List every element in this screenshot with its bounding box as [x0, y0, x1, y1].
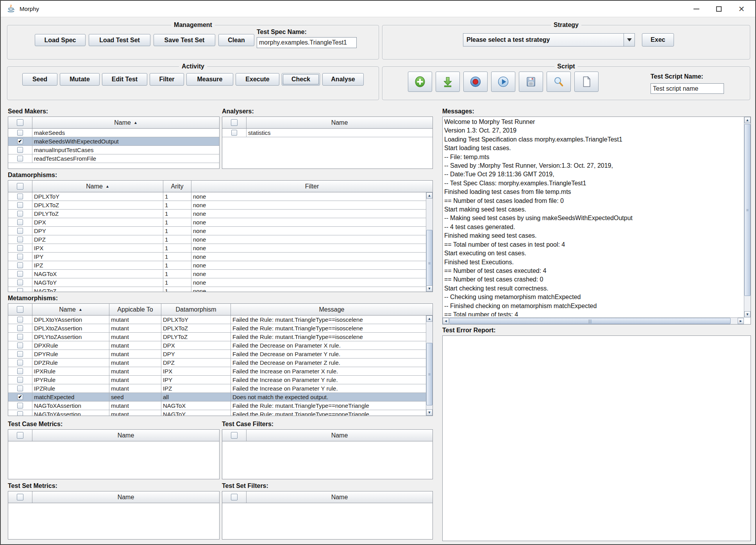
vertical-scrollbar[interactable]: ▲ ≡ ▼ — [426, 316, 433, 416]
table-row[interactable]: NAGToZ1none — [8, 287, 426, 292]
save-script-button[interactable] — [519, 72, 543, 92]
header-checkbox[interactable] — [17, 432, 23, 439]
row-checkbox[interactable] — [17, 245, 23, 251]
table-row[interactable]: statistics — [222, 129, 433, 137]
table-row[interactable]: NAGToXAssertionmutantNAGToXFailed the Ru… — [8, 402, 426, 410]
row-checkbox[interactable] — [17, 385, 23, 391]
name-column-header[interactable]: Name — [247, 430, 433, 441]
scrollbar-thumb[interactable]: ≡ — [426, 230, 433, 292]
table-row[interactable]: NAGToYAssertionmutantNAGToYFailed the Ru… — [8, 410, 426, 416]
row-checkbox[interactable] — [17, 403, 23, 409]
header-checkbox[interactable] — [17, 119, 23, 126]
table-row[interactable]: makeSeedsWithExpectedOutput — [8, 137, 219, 146]
clean-button[interactable]: Clean — [218, 34, 254, 46]
strategy-combobox[interactable]: Please select a test strategy — [463, 33, 635, 47]
row-checkbox[interactable] — [231, 130, 237, 136]
arity-column-header[interactable]: Arity — [163, 181, 191, 192]
exec-button[interactable]: Exec — [642, 33, 674, 47]
table-row[interactable]: readTestCasesFromFile — [8, 154, 219, 163]
scroll-down-button[interactable]: ▼ — [744, 311, 751, 317]
row-checkbox[interactable] — [17, 280, 23, 285]
table-row[interactable]: DPLXtoYAssertionmutantDPLXToYFailed the … — [8, 316, 426, 324]
horizontal-scrollbar[interactable]: ◄ ||| ► — [443, 317, 744, 324]
name-column-header[interactable]: Name — [32, 430, 219, 441]
scroll-up-button[interactable]: ▲ — [426, 192, 433, 199]
scrollbar-thumb[interactable]: ≡ — [744, 124, 751, 296]
row-checkbox[interactable] — [17, 130, 23, 136]
row-checkbox[interactable] — [17, 360, 23, 366]
scrollbar-thumb[interactable]: ||| — [449, 318, 731, 324]
scrollbar-thumb[interactable]: ≡ — [426, 343, 433, 405]
name-column-header[interactable]: Name▲ — [32, 117, 219, 128]
row-checkbox[interactable] — [17, 394, 23, 400]
row-checkbox[interactable] — [17, 138, 23, 144]
table-row[interactable]: manualInputTestCases — [8, 146, 219, 154]
header-checkbox[interactable] — [231, 432, 238, 439]
table-row[interactable]: DPXRulemutantDPXFailed the Decrease on P… — [8, 341, 426, 350]
table-row[interactable]: IPX1none — [8, 244, 426, 253]
row-checkbox[interactable] — [17, 317, 23, 323]
load-test-set-button[interactable]: Load Test Set — [89, 34, 150, 46]
table-row[interactable]: IPZ1none — [8, 261, 426, 270]
vertical-scrollbar[interactable]: ▲ ≡ ▼ — [426, 192, 433, 292]
header-checkbox[interactable] — [231, 494, 238, 500]
scroll-down-button[interactable]: ▼ — [426, 409, 433, 416]
name-column-header[interactable]: Name — [247, 491, 433, 503]
header-checkbox[interactable] — [17, 494, 23, 500]
execute-button[interactable]: Execute — [236, 73, 279, 86]
row-checkbox[interactable] — [17, 271, 23, 277]
name-column-header[interactable]: Name▲ — [32, 304, 109, 315]
name-column-header[interactable]: Name▲ — [32, 181, 163, 192]
table-row[interactable]: DPLYToZ1none — [8, 210, 426, 218]
messages-pane[interactable]: Welcome to Morphy Test Runner Version 1.… — [442, 117, 751, 324]
row-checkbox[interactable] — [17, 325, 23, 331]
table-row[interactable]: DPYRulemutantDPYFailed the Decrease on P… — [8, 350, 426, 359]
row-checkbox[interactable] — [17, 202, 23, 208]
table-row[interactable]: DPX1none — [8, 218, 426, 227]
record-script-button[interactable] — [463, 72, 488, 92]
row-checkbox[interactable] — [17, 262, 23, 268]
row-checkbox[interactable] — [17, 368, 23, 374]
table-row[interactable]: IPY1none — [8, 253, 426, 261]
filter-column-header[interactable]: Filter — [191, 181, 433, 192]
datamorphism-column-header[interactable]: Datamorphism — [161, 304, 231, 315]
table-row[interactable]: DPY1none — [8, 227, 426, 235]
scroll-up-button[interactable]: ▲ — [744, 117, 751, 123]
row-checkbox[interactable] — [17, 342, 23, 348]
seed-button[interactable]: Seed — [22, 73, 57, 86]
check-button[interactable]: Check — [282, 73, 320, 86]
scroll-up-button[interactable]: ▲ — [426, 316, 433, 322]
find-script-button[interactable] — [547, 72, 571, 92]
table-row[interactable]: DPLYtoZAssertionmutantDPLYToZFailed the … — [8, 333, 426, 341]
test-spec-name-input[interactable] — [257, 37, 357, 48]
applicable-to-column-header[interactable]: Appicable To — [109, 304, 161, 315]
row-checkbox[interactable] — [17, 237, 23, 242]
save-test-set-button[interactable]: Save Test Set — [154, 34, 215, 46]
header-checkbox[interactable] — [17, 183, 23, 190]
table-row[interactable]: DPLXToZ1none — [8, 201, 426, 210]
header-checkbox[interactable] — [17, 306, 23, 313]
row-checkbox[interactable] — [17, 147, 23, 153]
mutate-button[interactable]: Mutate — [60, 73, 100, 86]
test-error-report-pane[interactable] — [442, 335, 751, 541]
test-script-name-input[interactable] — [651, 83, 724, 94]
table-row[interactable]: DPZRulemutantDPZFailed the Decrease on P… — [8, 359, 426, 367]
edit-test-button[interactable]: Edit Test — [102, 73, 147, 86]
combo-dropdown-button[interactable] — [624, 34, 634, 46]
row-checkbox[interactable] — [17, 156, 23, 161]
import-script-button[interactable] — [436, 72, 460, 92]
play-script-button[interactable] — [491, 72, 515, 92]
table-row[interactable]: DPLXToY1none — [8, 192, 426, 201]
filter-button[interactable]: Filter — [150, 73, 184, 86]
scroll-left-button[interactable]: ◄ — [443, 318, 449, 324]
name-column-header[interactable]: Name — [32, 491, 219, 503]
table-row[interactable]: matchExpectedseedallDoes not match the e… — [8, 393, 426, 402]
close-button[interactable]: ✕ — [730, 1, 753, 17]
row-checkbox[interactable] — [17, 254, 23, 260]
row-checkbox[interactable] — [17, 351, 23, 357]
row-checkbox[interactable] — [17, 411, 23, 416]
scroll-down-button[interactable]: ▼ — [426, 285, 433, 292]
table-row[interactable]: NAGToX1none — [8, 270, 426, 278]
scroll-right-button[interactable]: ► — [738, 318, 744, 324]
table-row[interactable]: DPLXtoZAssertionmutantDPLXToZFailed the … — [8, 324, 426, 333]
